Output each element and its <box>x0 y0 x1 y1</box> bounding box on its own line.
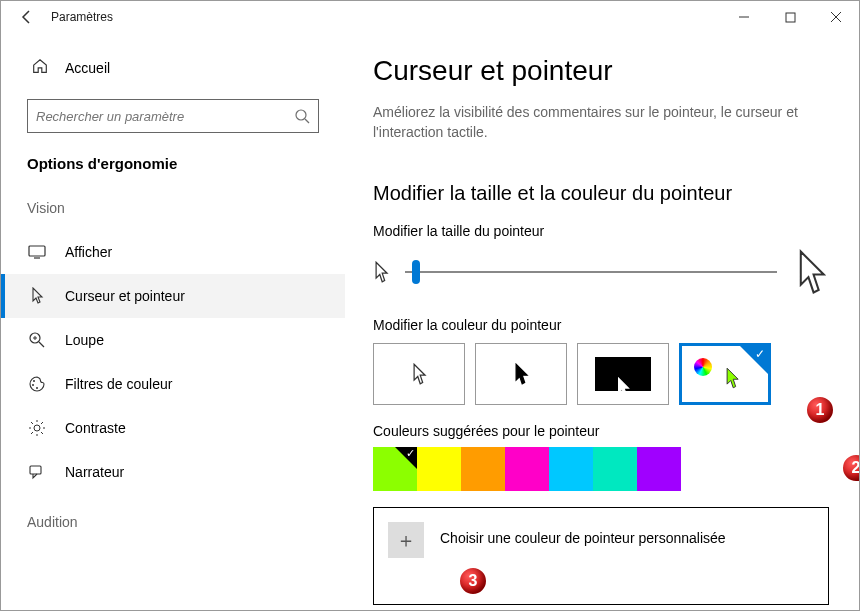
sidebar: Accueil Options d'ergonomie Vision Affic… <box>1 33 345 611</box>
sidebar-item-label: Contraste <box>65 420 126 436</box>
palette-icon <box>27 375 47 393</box>
svg-line-5 <box>305 119 309 123</box>
pointer-size-slider[interactable] <box>405 260 777 284</box>
custom-color-box: ＋ Choisir une couleur de pointeur person… <box>373 507 829 605</box>
annotation-1: 1 <box>805 395 835 425</box>
pointer-size-slider-row <box>373 249 829 295</box>
svg-point-14 <box>36 387 38 389</box>
suggested-color-swatch[interactable]: ✓ <box>373 447 417 491</box>
window-controls <box>721 1 859 33</box>
custom-color-label: Choisir une couleur de pointeur personna… <box>440 522 726 546</box>
maximize-button[interactable] <box>767 1 813 33</box>
home-nav[interactable]: Accueil <box>1 51 345 85</box>
pointer-color-option-black[interactable] <box>475 343 567 405</box>
svg-line-22 <box>31 432 33 434</box>
color-wheel-icon <box>694 358 712 376</box>
svg-point-15 <box>34 425 40 431</box>
search-box[interactable] <box>27 99 319 133</box>
sidebar-item-label: Filtres de couleur <box>65 376 172 392</box>
suggested-color-swatch[interactable] <box>593 447 637 491</box>
size-label: Modifier la taille du pointeur <box>373 223 829 239</box>
display-icon <box>27 245 47 259</box>
sidebar-item-label: Afficher <box>65 244 112 260</box>
svg-point-13 <box>32 384 34 386</box>
search-icon <box>294 108 310 124</box>
color-label: Modifier la couleur du pointeur <box>373 317 829 333</box>
cursor-large-icon <box>793 249 829 295</box>
sidebar-item-label: Curseur et pointeur <box>65 288 185 304</box>
sidebar-item-curseur-et-pointeur[interactable]: Curseur et pointeur <box>1 274 345 318</box>
narrator-icon <box>27 463 47 481</box>
page-description: Améliorez la visibilité des commentaires… <box>373 103 813 142</box>
home-icon <box>31 57 49 79</box>
group-audition-header: Audition <box>1 514 345 530</box>
suggested-color-swatch[interactable] <box>637 447 681 491</box>
sidebar-item-contraste[interactable]: Contraste <box>1 406 345 450</box>
svg-rect-6 <box>29 246 45 256</box>
suggested-color-swatch[interactable] <box>461 447 505 491</box>
check-icon: ✓ <box>406 447 415 460</box>
minimize-button[interactable] <box>721 1 767 33</box>
suggested-colors-row: ✓ 2 <box>373 447 829 491</box>
suggested-color-swatch[interactable] <box>549 447 593 491</box>
suggested-colors-label: Couleurs suggérées pour le pointeur <box>373 423 829 439</box>
close-button[interactable] <box>813 1 859 33</box>
slider-thumb[interactable] <box>412 260 420 284</box>
sidebar-item-filtres-couleur[interactable]: Filtres de couleur <box>1 362 345 406</box>
cursor-small-icon <box>373 261 389 283</box>
sidebar-item-label: Loupe <box>65 332 104 348</box>
search-input[interactable] <box>36 109 294 124</box>
contrast-icon <box>27 419 47 437</box>
check-icon: ✓ <box>755 347 765 361</box>
pointer-color-options: ✓ 1 <box>373 343 829 405</box>
svg-line-9 <box>39 342 44 347</box>
plus-icon: ＋ <box>396 527 416 554</box>
suggested-color-swatch[interactable] <box>417 447 461 491</box>
back-button[interactable] <box>13 3 41 31</box>
slider-track <box>405 271 777 273</box>
sidebar-item-label: Narrateur <box>65 464 124 480</box>
pointer-color-option-white[interactable] <box>373 343 465 405</box>
cursor-icon <box>27 287 47 305</box>
svg-point-4 <box>296 110 306 120</box>
svg-rect-1 <box>786 13 795 22</box>
svg-rect-24 <box>30 466 41 474</box>
sidebar-item-narrateur[interactable]: Narrateur <box>1 450 345 494</box>
annotation-3: 3 <box>458 566 488 596</box>
title-bar: Paramètres <box>1 1 859 33</box>
pointer-color-option-custom[interactable]: ✓ <box>679 343 771 405</box>
annotation-2: 2 <box>841 453 859 483</box>
content-area: Curseur et pointeur Améliorez la visibil… <box>345 33 859 611</box>
window-title: Paramètres <box>51 10 113 24</box>
svg-line-21 <box>41 432 43 434</box>
section-heading: Modifier la taille et la couleur du poin… <box>373 182 829 205</box>
svg-point-12 <box>33 380 35 382</box>
sidebar-item-afficher[interactable]: Afficher <box>1 230 345 274</box>
pointer-color-option-inverted[interactable] <box>577 343 669 405</box>
magnifier-icon <box>27 331 47 349</box>
group-vision-header: Vision <box>1 200 345 216</box>
home-label: Accueil <box>65 60 110 76</box>
section-title: Options d'ergonomie <box>1 155 345 172</box>
sidebar-item-loupe[interactable]: Loupe <box>1 318 345 362</box>
svg-line-20 <box>31 422 33 424</box>
add-custom-color-button[interactable]: ＋ <box>388 522 424 558</box>
page-title: Curseur et pointeur <box>373 55 829 87</box>
suggested-color-swatch[interactable] <box>505 447 549 491</box>
svg-line-23 <box>41 422 43 424</box>
